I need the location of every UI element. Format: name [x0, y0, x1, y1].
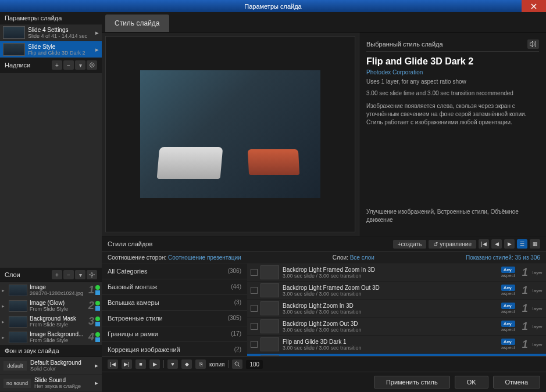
pb-copy-button[interactable]: ⎘ — [195, 359, 206, 369]
category-item[interactable]: All Categories (306) — [102, 264, 247, 279]
layer-thumb — [9, 300, 27, 312]
layer-sub: From Slide Style — [30, 306, 87, 312]
layer-remove-button[interactable]: − — [63, 270, 74, 279]
pb-play-button[interactable]: ▶ — [149, 359, 160, 369]
create-style-button[interactable]: +создать — [393, 240, 427, 249]
svg-point-2 — [235, 362, 238, 365]
layer-thumb — [9, 316, 27, 328]
zoom-icon[interactable] — [232, 359, 242, 369]
slide-item[interactable]: Slide Style Flip and Glide 3D Dark 2 ▸ — [0, 41, 102, 58]
style-row[interactable]: Backdrop Light Zoom In 3D 3.00 sec slide… — [247, 300, 546, 318]
cancel-button[interactable]: Отмена — [493, 376, 540, 389]
aspect-badge: Any — [501, 321, 515, 327]
style-checkbox[interactable] — [251, 341, 258, 348]
style-row[interactable]: Backdrop Light Zoom Out 3D 3.00 sec slid… — [247, 318, 546, 336]
layer-item[interactable]: ▸ Image Background... From Slide Style 4 — [0, 329, 102, 345]
caption-remove-button[interactable]: − — [63, 60, 74, 70]
window-title: Параметры слайда — [244, 3, 301, 10]
sound-button[interactable] — [527, 39, 539, 49]
layer-count: 1 — [522, 339, 528, 351]
preview-canvas — [105, 36, 355, 232]
layer-item[interactable]: ▸ Image (Glow) From Slide Style 2 — [0, 298, 102, 314]
layer-status-icon — [95, 301, 100, 305]
bg-badge: default — [3, 361, 27, 371]
layer-add-button[interactable]: + — [52, 270, 62, 279]
category-item[interactable]: Вспышка камеры (3) — [102, 295, 247, 311]
style-thumb — [260, 319, 279, 333]
aspect-value[interactable]: Соотношение презентации — [168, 254, 241, 261]
layer-menu-button[interactable]: ▾ — [75, 270, 85, 279]
layer-expand-icon[interactable]: ▸ — [2, 335, 9, 340]
pb-fav-button[interactable]: ♥ — [167, 359, 178, 369]
style-thumb — [260, 301, 279, 315]
layer-visible-checkbox[interactable] — [95, 337, 100, 342]
layer-visible-checkbox[interactable] — [95, 306, 100, 311]
style-checkbox[interactable] — [251, 269, 258, 276]
category-item[interactable]: Базовый монтаж (44) — [102, 279, 247, 295]
category-item[interactable]: Границы и рамки (17) — [102, 326, 247, 342]
pb-prev-button[interactable]: |◀ — [108, 359, 118, 369]
category-item[interactable]: Встроенные стили (305) — [102, 311, 247, 326]
layers-filter-value[interactable]: Все слои — [350, 254, 374, 261]
style-list[interactable]: Backdrop Light Framed Zoom In 3D 3.00 se… — [247, 264, 546, 356]
category-name: Границы и рамки — [108, 330, 158, 337]
bg-row[interactable]: no sound Slide Sound Нет звука в слайде … — [0, 375, 102, 392]
styles-header: Стили слайдов +создать ↺управление |◀ ◀ … — [102, 236, 546, 252]
layer-visible-checkbox[interactable] — [95, 290, 100, 295]
category-list[interactable]: All Categories (306) Базовый монтаж (44)… — [102, 264, 247, 356]
manage-styles-button[interactable]: ↺управление — [429, 240, 476, 249]
zoom-value[interactable]: 100 — [246, 360, 263, 369]
layer-status-icon — [95, 332, 100, 337]
aspect-label: aspect — [501, 273, 515, 278]
view-grid-button[interactable]: ▦ — [530, 239, 540, 249]
captions-area — [0, 73, 102, 268]
apply-style-button[interactable]: Применить стиль — [374, 376, 450, 389]
pb-stop-button[interactable]: ■ — [135, 359, 146, 369]
caption-add-button[interactable]: + — [52, 60, 62, 70]
layer-settings-button[interactable] — [87, 270, 97, 279]
category-name: Вспышка камеры — [108, 299, 159, 306]
chevron-right-icon: ▸ — [95, 362, 98, 369]
ok-button[interactable]: OK — [455, 376, 488, 389]
style-checkbox[interactable] — [251, 323, 258, 330]
category-item[interactable]: Коррекция изображений (2) — [102, 342, 247, 356]
view-list-button[interactable]: ☰ — [517, 239, 527, 249]
layer-sub: From Slide Style — [30, 322, 87, 328]
style-checkbox[interactable] — [251, 287, 258, 294]
captions-header: Надписи + − ▾ — [0, 58, 102, 73]
layer-item[interactable]: ▸ Background Mask From Slide Style 3 — [0, 314, 102, 329]
layer-count-label: layer — [533, 342, 543, 347]
layer-status-icon — [95, 317, 100, 321]
style-row[interactable]: Backdrop Light Framed Zoom Out 3D 3.00 s… — [247, 282, 546, 300]
nav-first-button[interactable]: |◀ — [479, 239, 489, 249]
layer-thumb — [9, 332, 27, 343]
layer-visible-checkbox[interactable] — [95, 322, 100, 326]
slide-sub: Slide 4 of 41 - 14.414 sec — [28, 33, 94, 39]
caption-settings-button[interactable] — [87, 60, 97, 70]
nav-next-button[interactable]: ▶ — [504, 239, 515, 249]
tab-slide-style[interactable]: Стиль слайда — [105, 15, 169, 32]
layer-count-label: layer — [533, 288, 543, 293]
style-row[interactable]: Backdrop Light Framed Zoom In 3D 3.00 se… — [247, 264, 546, 282]
style-thumb — [260, 283, 279, 297]
slide-item[interactable]: Slide 4 Settings Slide 4 of 41 - 14.414 … — [0, 24, 102, 41]
layer-expand-icon[interactable]: ▸ — [2, 319, 9, 325]
nav-prev-button[interactable]: ◀ — [491, 239, 502, 249]
layer-expand-icon[interactable]: ▸ — [2, 287, 9, 293]
style-checkbox[interactable] — [251, 305, 258, 312]
magnifier-icon — [234, 361, 240, 367]
style-row-sub: 3.00 sec slide / 3.00 sec transition — [283, 327, 501, 333]
layer-expand-icon[interactable]: ▸ — [2, 303, 9, 309]
style-row[interactable]: Flip and Glide 3D Dark 1 3.00 sec slide … — [247, 336, 546, 354]
caption-menu-button[interactable]: ▾ — [75, 60, 85, 70]
slide-title: Slide 4 Settings — [28, 27, 94, 33]
style-company: Photodex Corporation — [366, 69, 539, 75]
layer-item[interactable]: ▸ Image 269378-1280x1024.jpg 1 — [0, 282, 102, 298]
style-row-title: Flip and Glide 3D Dark 1 — [283, 339, 501, 345]
style-tags: Улучшение изображений, Встроенные стили,… — [366, 208, 539, 224]
category-name: Встроенные стили — [108, 315, 163, 322]
bg-row[interactable]: default Default Background Solid Color ▸ — [0, 357, 102, 375]
pb-next-button[interactable]: ▶| — [122, 359, 132, 369]
pb-tag-button[interactable]: ◆ — [181, 359, 192, 369]
close-button[interactable] — [522, 0, 546, 12]
